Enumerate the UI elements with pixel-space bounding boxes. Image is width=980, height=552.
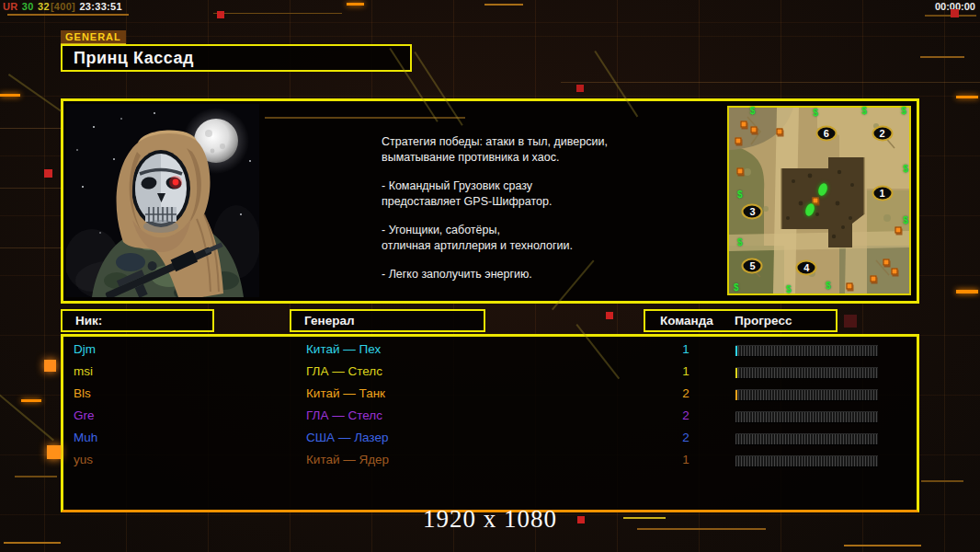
table-row: msiГЛА — Стелс1 — [63, 362, 917, 384]
player-general: Китай — Ядер — [306, 453, 389, 466]
bg-square-decoration — [217, 11, 224, 18]
table-row: yusКитай — Ядер1 — [63, 450, 917, 472]
supply-dollar-marker: $ — [903, 216, 908, 225]
column-header-general: Генерал — [290, 309, 485, 332]
bg-diagonal-decoration — [0, 386, 54, 441]
progress-bar — [735, 367, 878, 379]
supply-dollar-marker: $ — [861, 107, 867, 116]
progress-bar-fill — [735, 368, 737, 378]
players-table: DjmКитай — Пех1msiГЛА — Стелс1BlsКитай —… — [61, 334, 919, 512]
bg-square-decoration — [44, 360, 56, 372]
player-nick: Gre — [74, 408, 95, 422]
loading-screen: { "top_bar": { "debug_parts": [ {"text":… — [0, 0, 980, 552]
column-header-team-label: Команда — [660, 311, 713, 330]
player-team: 2 — [674, 431, 698, 444]
player-nick: msi — [74, 364, 93, 378]
player-nick: Djm — [74, 342, 96, 356]
column-header-nick: Ник: — [61, 309, 214, 332]
bg-line-decoration — [561, 82, 980, 83]
bg-square-decoration — [44, 169, 52, 178]
green-field-marker — [804, 202, 816, 217]
column-header-progress-label: Прогресс — [735, 311, 792, 330]
resolution-label: 1920 x 1080 — [0, 505, 980, 534]
column-header-team-progress: Команда Прогресс — [644, 309, 838, 332]
bg-line-decoration — [956, 96, 978, 98]
progress-bar — [735, 411, 878, 423]
supply-dollar-marker: $ — [826, 282, 831, 291]
supply-dollar-marker: $ — [786, 285, 792, 294]
bg-square-decoration — [606, 312, 613, 319]
portrait-illustration — [66, 104, 259, 297]
general-name-title: Принц Кассад — [61, 44, 412, 72]
bg-line-decoration — [0, 188, 61, 189]
bg-line-decoration — [0, 128, 61, 129]
supply-dollar-marker: $ — [750, 107, 756, 116]
bg-line-decoration — [21, 399, 41, 402]
player-general: США — Лазер — [306, 431, 388, 444]
bg-line-decoration — [925, 15, 976, 17]
bg-line-decoration — [15, 476, 57, 477]
camp-marker — [735, 138, 741, 144]
player-general: Китай — Танк — [306, 386, 385, 400]
green-field-marker — [816, 182, 828, 197]
debug-part: [400] — [51, 1, 79, 12]
bg-line-decoration — [213, 13, 342, 14]
start-position-marker: 3 — [742, 204, 763, 220]
supply-dollar-marker: $ — [737, 190, 743, 200]
progress-bar — [735, 433, 878, 445]
strategy-paragraph: Стратегия победы: атаки в тыл, диверсии,… — [382, 134, 667, 165]
player-general: ГЛА — Стелс — [306, 364, 382, 378]
player-team: 2 — [674, 386, 698, 400]
bg-line-decoration — [484, 4, 523, 6]
camp-marker — [847, 282, 853, 289]
strategy-paragraph: - Угонщики, саботёры, отличная артиллери… — [382, 223, 667, 253]
player-team: 2 — [674, 408, 698, 422]
bg-line-decoration — [921, 480, 963, 482]
camp-marker — [776, 129, 782, 135]
table-row: GreГЛА — Стелс2 — [63, 406, 917, 428]
bg-line-decoration — [7, 14, 129, 16]
player-general: ГЛА — Стелс — [306, 408, 382, 422]
bg-line-decoration — [0, 94, 20, 97]
map-markers-layer: $$$$$$$$$$$621354 — [729, 108, 909, 293]
supply-dollar-marker: $ — [734, 283, 739, 293]
strategy-paragraph: - Легко заполучить энергию. — [382, 267, 667, 282]
player-nick: yus — [74, 453, 93, 466]
table-row: MuhСША — Лазер2 — [63, 428, 917, 450]
general-tab-label: GENERAL — [61, 30, 126, 44]
supply-dollar-marker: $ — [737, 238, 743, 247]
camp-marker — [892, 268, 898, 274]
bg-line-decoration — [4, 542, 61, 544]
bg-line-decoration — [844, 545, 921, 546]
debug-part: 30 — [22, 1, 37, 12]
strategy-paragraph: - Командный Грузовик сразу предоставляет… — [382, 178, 667, 209]
player-nick: Bls — [74, 386, 91, 400]
start-position-marker: 2 — [872, 126, 893, 142]
supply-dollar-marker: $ — [901, 107, 906, 116]
bg-square-decoration — [576, 85, 584, 92]
start-position-marker: 5 — [742, 258, 763, 273]
table-row: BlsКитай — Танк2 — [63, 384, 917, 406]
debug-part: 23:33:51 — [79, 1, 121, 12]
bg-line-decoration — [920, 56, 964, 58]
player-team: 1 — [674, 364, 698, 378]
camp-marker — [813, 198, 819, 204]
progress-bar — [735, 455, 878, 467]
progress-bar-fill — [735, 390, 737, 400]
debug-part: 32 — [38, 1, 50, 12]
player-team: 1 — [674, 342, 698, 356]
player-general: Китай — Пех — [306, 342, 381, 356]
camp-marker — [895, 227, 902, 234]
bg-diagonal-decoration — [8, 74, 62, 111]
bg-square-decoration — [47, 445, 61, 459]
debug-part: UR — [3, 1, 21, 12]
start-position-marker: 4 — [796, 259, 817, 275]
camp-marker — [883, 259, 889, 265]
camp-marker — [740, 121, 746, 128]
camp-marker — [736, 167, 743, 174]
start-position-marker: 1 — [872, 185, 893, 201]
supply-dollar-marker: $ — [903, 165, 908, 174]
player-nick: Muh — [74, 431, 97, 444]
progress-bar-fill — [735, 346, 737, 356]
bg-line-decoration — [347, 3, 364, 6]
